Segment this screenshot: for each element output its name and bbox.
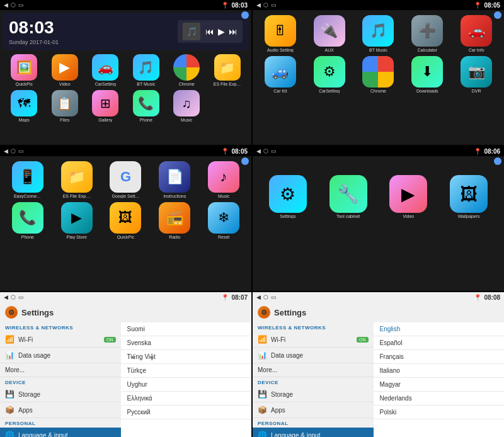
- app-dvr[interactable]: 📷 DVR: [454, 56, 499, 93]
- back-icon-3[interactable]: ◀: [4, 148, 8, 154]
- lang-italian[interactable]: Italiano: [374, 364, 504, 378]
- lang-russian[interactable]: Русский: [121, 406, 251, 419]
- lang-magyar[interactable]: Magyar: [374, 378, 504, 392]
- carsetting-icon[interactable]: 🚗: [92, 54, 118, 81]
- video-icon[interactable]: ▶: [52, 54, 78, 81]
- language-input-item-2[interactable]: 🌐 Language & input: [253, 428, 374, 437]
- lang-french[interactable]: Français: [374, 350, 504, 364]
- play-store-icon[interactable]: ▶: [61, 202, 93, 234]
- app-carsetting-2[interactable]: ⚙ CarSetting: [307, 56, 352, 93]
- phone-icon[interactable]: 📞: [133, 90, 159, 116]
- next-button[interactable]: ⏭: [229, 26, 238, 37]
- app-calculator[interactable]: ➕ Calculator: [404, 15, 450, 52]
- car-kit-icon[interactable]: 🚙: [265, 56, 296, 88]
- storage-item-2[interactable]: 💾 Storage: [253, 387, 374, 402]
- app-quickpic-2[interactable]: 🖼 QuickPic: [103, 202, 149, 239]
- app-tool-cabinet[interactable]: 🔧 Tool cabinet: [329, 175, 367, 219]
- app-downloads[interactable]: ⬇ Downloads: [404, 56, 450, 93]
- back-icon[interactable]: ◀: [4, 2, 8, 8]
- app-esfile[interactable]: 📁 ES File Explorer: [209, 54, 247, 86]
- wifi-toggle-2[interactable]: ON: [357, 337, 369, 343]
- app-car-kit[interactable]: 🚙 Car Kit: [258, 56, 303, 93]
- app-bt-music[interactable]: 🎵 BT Music: [356, 15, 401, 52]
- recent-icon[interactable]: ▭: [18, 2, 24, 8]
- music-control-widget[interactable]: 🎵 ⏮ ▶ ⏭: [178, 20, 243, 43]
- back-icon-2[interactable]: ◀: [256, 2, 261, 8]
- more-item-1[interactable]: More...: [0, 363, 121, 377]
- app-chrome[interactable]: Chrome: [168, 54, 206, 86]
- downloads-icon[interactable]: ⬇: [411, 56, 443, 88]
- lang-spanish[interactable]: Español: [374, 336, 504, 350]
- lang-english[interactable]: English: [374, 322, 504, 336]
- music-icon[interactable]: ♫: [173, 90, 200, 116]
- recent-icon-2[interactable]: ▭: [271, 2, 277, 8]
- easyconnection-icon[interactable]: 📱: [12, 161, 43, 193]
- app-wallpapers[interactable]: 🖼 Wallpapers: [450, 175, 488, 219]
- dvr-icon[interactable]: 📷: [461, 56, 492, 88]
- quickpic-icon[interactable]: 🖼️: [11, 54, 37, 81]
- app-files[interactable]: 📋 Files: [46, 90, 84, 122]
- home-icon[interactable]: ⬡: [11, 2, 16, 8]
- wifi-item-2[interactable]: 📶 Wi-Fi ON: [253, 332, 374, 348]
- app-btmusic[interactable]: 🎵 BT Music: [127, 54, 166, 86]
- home-icon-3[interactable]: ⬡: [11, 148, 16, 154]
- back-icon-5[interactable]: ◀: [4, 294, 8, 300]
- google-settings-icon[interactable]: G: [110, 161, 141, 193]
- lang-tiengviet[interactable]: Tiếng Việt: [121, 350, 251, 364]
- lang-turkce[interactable]: Türkçe: [121, 364, 251, 378]
- radio-icon[interactable]: 📻: [159, 202, 190, 234]
- recent-icon-3[interactable]: ▭: [18, 148, 24, 154]
- app-phone-2[interactable]: 📞 Phone: [5, 202, 50, 239]
- car-info-icon[interactable]: 🚗: [461, 15, 492, 47]
- app-gallery[interactable]: ⊞ Gallery: [86, 90, 125, 122]
- app-video[interactable]: ▶ Video: [46, 54, 84, 86]
- recent-icon-6[interactable]: ▭: [271, 294, 277, 300]
- apps-item-2[interactable]: 📦 Apps: [253, 402, 374, 418]
- phone-2-icon[interactable]: 📞: [12, 202, 43, 234]
- lang-svenska[interactable]: Svenska: [121, 336, 251, 350]
- app-google-settings[interactable]: G Google Settings: [103, 161, 149, 198]
- wallpapers-icon[interactable]: 🖼: [450, 175, 488, 213]
- tool-cabinet-icon[interactable]: 🔧: [329, 175, 367, 213]
- reset-icon[interactable]: ❄: [208, 202, 239, 234]
- app-carsetting[interactable]: 🚗 CarSetting: [86, 54, 125, 86]
- home-icon-5[interactable]: ⬡: [11, 294, 16, 300]
- app-audio-setting[interactable]: 🎚 Audio Setting: [258, 15, 303, 52]
- app-aux[interactable]: 🔌 AUX: [307, 15, 352, 52]
- music-2-icon[interactable]: ♪: [208, 161, 239, 193]
- settings-icon[interactable]: ⚙: [269, 175, 307, 213]
- calculator-icon[interactable]: ➕: [411, 15, 443, 47]
- app-play-store[interactable]: ▶ Play Store: [54, 202, 100, 239]
- esfile-icon[interactable]: 📁: [214, 54, 241, 81]
- aux-icon[interactable]: 🔌: [314, 15, 345, 47]
- lang-uyghur[interactable]: Uyghur: [121, 378, 251, 392]
- apps-item-1[interactable]: 📦 Apps: [0, 402, 121, 418]
- app-esfile-2[interactable]: 📁 ES File Explorer: [54, 161, 100, 198]
- files-icon[interactable]: 📋: [52, 90, 78, 116]
- app-easyconnection[interactable]: 📱 EasyConnection: [5, 161, 50, 198]
- app-music[interactable]: ♫ Music: [168, 90, 206, 122]
- app-instructions[interactable]: 📄 Instructions: [152, 161, 197, 198]
- chrome-2-icon[interactable]: [362, 56, 394, 88]
- back-icon-4[interactable]: ◀: [256, 148, 261, 154]
- app-video-2[interactable]: ▶ Video: [389, 175, 427, 219]
- app-music-2[interactable]: ♪ Music: [201, 161, 246, 198]
- app-radio[interactable]: 📻 Radio: [152, 202, 197, 239]
- back-icon-6[interactable]: ◀: [256, 294, 261, 300]
- prev-button[interactable]: ⏮: [205, 26, 214, 37]
- data-usage-item-2[interactable]: 📊 Data usage: [253, 348, 374, 363]
- app-maps[interactable]: 🗺 Maps: [5, 90, 43, 122]
- app-quickpic[interactable]: 🖼️ QuickPic: [5, 54, 43, 86]
- app-settings[interactable]: ⚙ Settings: [269, 175, 307, 219]
- lang-suomi[interactable]: Suomi: [121, 322, 251, 336]
- maps-icon[interactable]: 🗺: [11, 90, 37, 116]
- music-buttons[interactable]: ⏮ ▶ ⏭: [205, 26, 238, 37]
- home-icon-6[interactable]: ⬡: [263, 294, 268, 300]
- gallery-icon[interactable]: ⊞: [92, 90, 118, 116]
- lang-polish[interactable]: Polski: [374, 406, 504, 419]
- storage-item-1[interactable]: 💾 Storage: [0, 387, 121, 402]
- wifi-toggle-1[interactable]: ON: [104, 337, 116, 343]
- app-reset[interactable]: ❄ Reset: [201, 202, 246, 239]
- app-car-info[interactable]: 🚗 Car Info: [454, 15, 499, 52]
- app-chrome-2[interactable]: Chrome: [356, 56, 401, 93]
